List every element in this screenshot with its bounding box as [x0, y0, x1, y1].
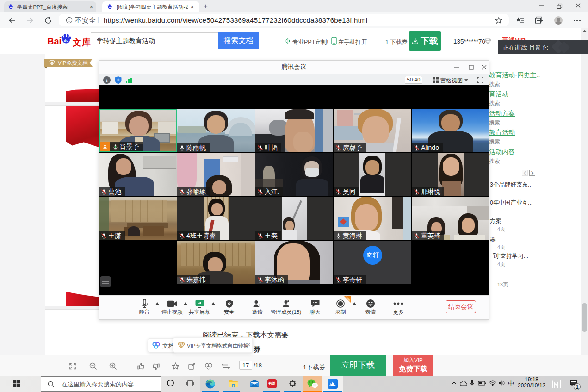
- svg-text:du: du: [64, 38, 68, 43]
